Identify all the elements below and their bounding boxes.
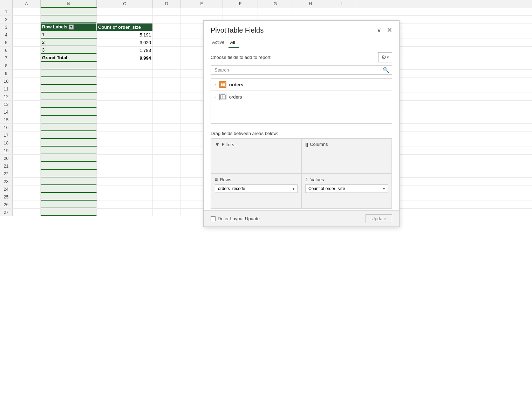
row-num: 1	[0, 8, 13, 15]
columns-icon: |||	[305, 142, 308, 147]
columns-header: ||| Columns	[305, 142, 388, 147]
values-label: Values	[311, 177, 324, 182]
search-box: 🔍	[211, 65, 392, 75]
cell-4c[interactable]: 5,191	[97, 31, 153, 39]
row-num: 23	[0, 178, 13, 185]
row-num: 15	[0, 116, 13, 123]
row-num: 6	[0, 47, 13, 54]
update-button[interactable]: Update	[366, 214, 392, 223]
cell-4d[interactable]	[153, 31, 181, 39]
list-item[interactable]: › orders	[211, 79, 392, 91]
col-header-c[interactable]: C	[97, 0, 153, 8]
row-num: 17	[0, 131, 13, 139]
pivot-row-labels-header[interactable]: Row Labels ▼	[41, 23, 97, 31]
tab-active[interactable]: Active	[211, 38, 229, 48]
tab-all[interactable]: All	[229, 38, 239, 48]
field-tag-orders-recode[interactable]: orders_recode ▾	[215, 184, 298, 193]
col-header-g[interactable]: G	[258, 0, 293, 8]
cell-7b[interactable]: Grand Total	[41, 54, 97, 62]
cell-1e[interactable]	[181, 8, 223, 15]
col-header-h[interactable]: H	[293, 0, 328, 8]
search-icon: 🔍	[383, 67, 389, 73]
cell-1d[interactable]	[153, 8, 181, 15]
cell-1f[interactable]	[223, 8, 258, 15]
row-num: 18	[0, 139, 13, 147]
cell-1c[interactable]	[97, 8, 153, 15]
drop-zone-rows[interactable]: ≡ Rows orders_recode ▾	[211, 174, 301, 209]
cell-5b[interactable]: 2	[41, 39, 97, 46]
gear-button[interactable]: ⚙ ▾	[378, 52, 392, 62]
rows-header: ≡ Rows	[215, 177, 298, 182]
cell-4a[interactable]	[13, 31, 41, 39]
cell-2c[interactable]	[97, 16, 153, 23]
pivot-panel: PivotTable Fields ∨ ✕ Active All Choose …	[203, 20, 400, 227]
cell-1g[interactable]	[258, 8, 293, 15]
cell-2a[interactable]	[13, 16, 41, 23]
cell-6d[interactable]	[153, 47, 181, 54]
row-num: 10	[0, 77, 13, 85]
filters-content	[215, 149, 298, 170]
row-num: 7	[0, 54, 13, 62]
count-header-text: Count of order_size	[98, 25, 141, 30]
cell-4b[interactable]: 1	[41, 31, 97, 39]
cell-7d[interactable]	[153, 54, 181, 62]
values-header: Σ Values	[305, 177, 388, 182]
col-header-f[interactable]: F	[223, 0, 258, 8]
col-header-e[interactable]: E	[181, 0, 223, 8]
row-num: 22	[0, 170, 13, 177]
drop-zone-filters[interactable]: ▼ Filters	[211, 138, 301, 174]
row-num: 12	[0, 93, 13, 100]
row-num: 27	[0, 209, 13, 216]
col-headers: A B C D E F G H I	[0, 0, 532, 8]
defer-layout-label[interactable]: Defer Layout Update	[211, 216, 260, 221]
col-header-a[interactable]: A	[13, 0, 41, 8]
defer-text: Defer Layout Update	[218, 216, 260, 221]
cell-5c[interactable]: 3,020	[97, 39, 153, 46]
cell-1a[interactable]	[13, 8, 41, 15]
field-tag-count-order-size[interactable]: Count of order_size ▾	[305, 184, 388, 193]
drop-zone-values[interactable]: Σ Values Count of order_size ▾	[301, 174, 392, 209]
cell-7c[interactable]: 9,994	[97, 54, 153, 62]
cell-1i[interactable]	[328, 8, 356, 15]
field-tag-dropdown-icon: ▾	[293, 187, 294, 191]
rows-content: orders_recode ▾	[215, 184, 298, 205]
cell-2b[interactable]	[41, 16, 97, 23]
search-input[interactable]	[211, 65, 392, 75]
col-header-b[interactable]: B	[41, 0, 97, 8]
cell-6c[interactable]: 1,783	[97, 47, 153, 54]
columns-content	[305, 149, 388, 170]
row-num: 4	[0, 31, 13, 39]
cell-7a[interactable]	[13, 54, 41, 62]
row-num: 14	[0, 108, 13, 116]
cell-6b[interactable]: 3	[41, 47, 97, 54]
col-header-d[interactable]: D	[153, 0, 181, 8]
pivot-panel-controls: ∨ ✕	[375, 26, 394, 35]
drop-zone-columns[interactable]: ||| Columns	[301, 138, 392, 174]
cell-3a[interactable]	[13, 23, 41, 31]
col-header-i[interactable]: I	[328, 0, 356, 8]
cell-1b[interactable]	[41, 8, 97, 15]
values-content: Count of order_size ▾	[305, 184, 388, 205]
pivot-count-header[interactable]: Count of order_size	[97, 23, 153, 31]
defer-checkbox[interactable]	[211, 216, 216, 221]
panel-footer: Defer Layout Update Update	[204, 210, 399, 227]
chevron-right-icon: ›	[214, 95, 216, 99]
cell-2d[interactable]	[153, 16, 181, 23]
cell-5d[interactable]	[153, 39, 181, 46]
row-labels-dropdown[interactable]: ▼	[69, 25, 74, 29]
drop-zones: ▼ Filters ||| Columns ≡ Rows	[211, 138, 392, 209]
field-tag-label: Count of order_size	[308, 186, 345, 191]
cell-1h[interactable]	[293, 8, 328, 15]
close-button[interactable]: ✕	[386, 26, 394, 35]
gear-dropdown-arrow: ▾	[387, 55, 389, 60]
list-item[interactable]: › orders	[211, 91, 392, 103]
row-num: 13	[0, 101, 13, 108]
cell-5a[interactable]	[13, 39, 41, 46]
row-num: 3	[0, 23, 13, 31]
collapse-button[interactable]: ∨	[375, 26, 383, 35]
filters-header: ▼ Filters	[215, 142, 298, 147]
row-num: 25	[0, 193, 13, 201]
cell-3d[interactable]	[153, 23, 181, 31]
chevron-right-icon: ›	[214, 82, 216, 87]
cell-6a[interactable]	[13, 47, 41, 54]
